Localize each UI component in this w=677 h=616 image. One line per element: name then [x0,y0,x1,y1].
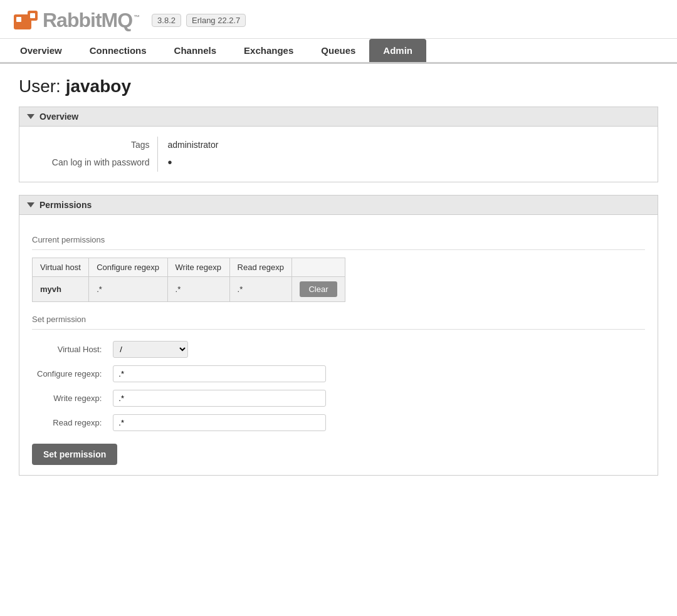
app-header: RabbitMQ™ 3.8.2 Erlang 22.2.7 [0,0,677,39]
form-write-cell [107,386,331,410]
form-vhost-cell: / [107,337,331,362]
tags-row: Tags administrator [32,137,645,153]
tags-label: Tags [32,137,157,153]
set-permission-button[interactable]: Set permission [32,444,117,465]
form-configure-row: Configure regexp: [32,362,331,386]
set-permission-label: Set permission [32,315,645,324]
nav-exchanges[interactable]: Exchanges [230,39,307,62]
login-row: Can log in with password • [32,153,645,172]
nav-connections[interactable]: Connections [76,39,160,62]
current-permissions-label: Current permissions [32,235,645,244]
erlang-badge: Erlang 22.2.7 [186,14,246,27]
col-action [292,258,345,277]
form-write-row: Write regexp: [32,386,331,410]
col-configure: Configure regexp [89,258,167,277]
permissions-table-header-row: Virtual host Configure regexp Write rege… [33,258,345,277]
nav-queues[interactable]: Queues [307,39,369,62]
logo-tm: ™ [134,14,139,21]
vhost-select[interactable]: / [113,341,188,358]
set-permission-divider [32,329,645,330]
permissions-section-header[interactable]: Permissions [19,195,658,215]
rabbitmq-logo-icon [13,9,41,32]
form-read-label: Read regexp: [32,410,107,435]
form-read-cell [107,410,331,435]
overview-table: Tags administrator Can log in with passw… [32,137,645,172]
svg-rect-2 [30,13,35,18]
form-write-label: Write regexp: [32,386,107,410]
login-label: Can log in with password [32,153,157,172]
col-read: Read regexp [229,258,292,277]
form-vhost-row: Virtual Host: / [32,337,331,362]
row-read: .* [229,277,292,302]
main-content: User: javaboy Overview Tags administrato… [0,64,677,501]
col-vhost: Virtual host [33,258,89,277]
current-permissions-divider [32,249,645,250]
col-write: Write regexp [167,258,229,277]
overview-section-label: Overview [39,112,78,122]
permissions-section-label: Permissions [39,200,92,210]
permissions-table: Virtual host Configure regexp Write rege… [32,258,345,302]
page-title: User: javaboy [19,76,658,97]
row-write: .* [167,277,229,302]
logo-text: RabbitMQ™ [43,9,139,32]
permissions-section-body: Current permissions Virtual host Configu… [19,215,658,476]
configure-regexp-input[interactable] [113,365,326,382]
nav-overview[interactable]: Overview [6,39,76,62]
set-permission-form: Virtual Host: / Configure regexp: Write … [32,337,331,435]
tags-value: administrator [157,137,645,153]
permissions-collapse-icon [27,202,34,207]
nav-channels[interactable]: Channels [160,39,231,62]
row-configure: .* [89,277,167,302]
overview-collapse-icon [27,114,34,119]
write-regexp-input[interactable] [113,390,326,407]
login-dot: • [168,155,172,169]
clear-button[interactable]: Clear [300,281,337,297]
page-title-user: javaboy [66,76,131,96]
row-vhost: myvh [33,277,89,302]
form-configure-cell [107,362,331,386]
read-regexp-input[interactable] [113,414,326,431]
overview-section-header[interactable]: Overview [19,107,658,127]
nav-admin[interactable]: Admin [369,39,426,62]
login-value: • [157,153,645,172]
logo: RabbitMQ™ [13,9,139,32]
svg-rect-3 [16,17,21,22]
main-nav: Overview Connections Channels Exchanges … [0,39,677,64]
table-row: myvh .* .* .* Clear [33,277,345,302]
row-action: Clear [292,277,345,302]
version-badge: 3.8.2 [152,14,181,27]
form-configure-label: Configure regexp: [32,362,107,386]
form-read-row: Read regexp: [32,410,331,435]
form-vhost-label: Virtual Host: [32,337,107,362]
overview-section-body: Tags administrator Can log in with passw… [19,127,658,182]
